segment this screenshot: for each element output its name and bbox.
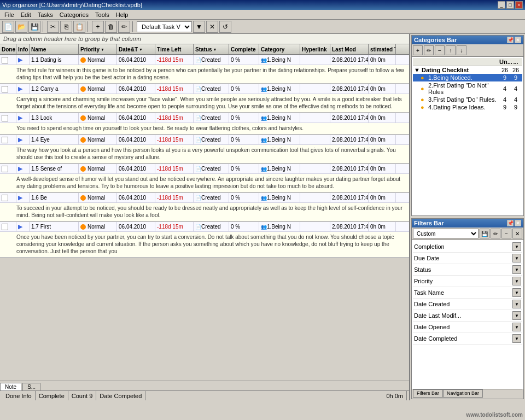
task-row[interactable]: ▶ 1.1 Dating is Normal 06.04.2010 -118d … <box>0 55 409 65</box>
task-done-6[interactable] <box>0 222 16 231</box>
col-complete[interactable]: Complete <box>229 44 259 54</box>
filter-datecompleted-dropdown[interactable]: ▼ <box>512 334 521 343</box>
col-date[interactable]: Date&T▼ <box>117 44 155 54</box>
task-row[interactable]: ▶ 1.7 First Normal 06.04.2010 -118d 15m … <box>0 222 409 232</box>
cat-item-3[interactable]: ● 4.Dating Place Ideas. 9 9 <box>413 103 522 111</box>
tb-new[interactable]: 📄 <box>2 21 14 33</box>
tb-refresh[interactable]: ↺ <box>219 21 231 33</box>
task-lastmod-3: 2.08.2010 17:4 <box>330 135 369 144</box>
task-done-5[interactable] <box>0 193 16 202</box>
menu-file[interactable]: File <box>1 11 18 19</box>
task-cat-icon-5: 👥 <box>261 195 267 201</box>
task-done-0[interactable] <box>0 55 16 65</box>
minimize-button[interactable]: _ <box>498 1 505 9</box>
filter-delete-button[interactable]: − <box>501 229 511 238</box>
col-hyperlink[interactable]: Hyperlink <box>300 44 330 54</box>
tb-paste[interactable]: 📋 <box>73 21 85 33</box>
cat-item-0[interactable]: ● 1.Being Noticed. 9 9 <box>413 74 522 81</box>
task-checkbox-3[interactable] <box>2 137 8 143</box>
task-checkbox-6[interactable] <box>2 224 8 230</box>
tb-filter-btn[interactable]: ✕ <box>206 21 218 33</box>
col-priority[interactable]: Priority▼ <box>79 44 117 54</box>
filter-datecreated-dropdown[interactable]: ▼ <box>512 300 521 308</box>
task-row[interactable]: ▶ 1.3 Look Normal 06.04.2010 -118d 15m 📄… <box>0 113 409 123</box>
task-row[interactable]: ▶ 1.4 Eye Normal 06.04.2010 -118d 15m 📄 … <box>0 135 409 145</box>
col-done[interactable]: Done Info Done ▲ <box>0 44 16 54</box>
task-checkbox-5[interactable] <box>2 195 8 201</box>
tb-copy[interactable]: ⎘ <box>60 21 72 33</box>
cat-move-down-button[interactable]: ↓ <box>457 45 466 55</box>
filter-duedate-dropdown[interactable]: ▼ <box>512 254 521 262</box>
nav-tab-filters[interactable]: Filters Bar <box>413 389 443 398</box>
task-done-1[interactable] <box>0 84 16 94</box>
task-lastmod-1: 2.08.2010 17:4 <box>330 84 369 94</box>
cat-item-1[interactable]: ● 2.First Dating "Do Not" Rules 4 4 <box>413 81 522 96</box>
task-checkbox-1[interactable] <box>2 86 8 92</box>
task-checkbox-4[interactable] <box>2 166 8 172</box>
task-row[interactable]: ▶ 1.6 Be Normal 06.04.2010 -118d 15m 📄 C… <box>0 193 409 203</box>
menu-categories[interactable]: Categories <box>56 11 92 19</box>
nav-tab-navigation[interactable]: Navigation Bar <box>443 389 483 398</box>
task-row[interactable]: ▶ 1.5 Sense of Normal 06.04.2010 -118d 1… <box>0 164 409 174</box>
task-row[interactable]: ▶ 1.2 Carry a Normal 06.04.2010 -118d 15… <box>0 84 409 94</box>
tb-open[interactable]: 📂 <box>15 21 27 33</box>
menu-edit[interactable]: Edit <box>18 11 34 19</box>
task-hyperlink-5 <box>300 193 330 202</box>
filter-status-dropdown[interactable]: ▼ <box>512 265 521 274</box>
task-info-0: ▶ <box>16 55 30 65</box>
task-priority-3: Normal <box>79 135 117 144</box>
tb-delete[interactable]: 🗑 <box>105 21 117 33</box>
tab-s[interactable]: S... <box>22 383 40 390</box>
close-button[interactable]: × <box>515 1 523 9</box>
menu-bar: File Edit Tasks Categories Tools Help <box>0 10 525 20</box>
filter-edit-button[interactable]: ✏ <box>491 229 500 238</box>
col-info[interactable]: Info <box>16 44 30 54</box>
filter-dateopened-dropdown[interactable]: ▼ <box>512 323 521 331</box>
task-view-dropdown[interactable]: Default Task V <box>137 21 192 32</box>
filter-save-button[interactable]: 💾 <box>480 229 489 238</box>
task-checkbox-2[interactable] <box>2 115 8 121</box>
task-cat-icon-2: 👥 <box>261 115 267 121</box>
task-scroll[interactable]: ▶ 1.1 Dating is Normal 06.04.2010 -118d … <box>0 55 409 381</box>
cat-item-2[interactable]: ● 3.First Dating "Do" Rules. 4 4 <box>413 96 522 103</box>
cat-add-button[interactable]: + <box>413 45 423 55</box>
menu-tools[interactable]: Tools <box>92 11 113 19</box>
filter-completion-dropdown[interactable]: ▼ <box>512 242 521 251</box>
task-hyperlink-2 <box>300 113 330 122</box>
filter-taskname-dropdown[interactable]: ▼ <box>512 288 521 297</box>
tab-note[interactable]: Note <box>0 383 21 390</box>
cat-delete-button[interactable]: − <box>435 45 445 55</box>
filter-pin-button[interactable]: 📌 <box>507 220 514 226</box>
task-done-3[interactable] <box>0 135 16 144</box>
cat-root-item[interactable]: ▼ Dating Checklist 26 26 <box>413 66 522 74</box>
tb-add-task[interactable]: + <box>92 21 104 33</box>
filter-priority-dropdown[interactable]: ▼ <box>512 277 521 285</box>
tb-save[interactable]: 💾 <box>28 21 40 33</box>
col-status[interactable]: Status▼ <box>194 44 229 54</box>
task-info-icon-2: ▶ <box>18 114 22 121</box>
col-esttime[interactable]: stimated Tim <box>369 44 396 54</box>
col-name[interactable]: Name <box>30 44 79 54</box>
col-timeleft[interactable]: Time Left <box>155 44 194 54</box>
tb-edit[interactable]: ✏ <box>118 21 130 33</box>
task-done-4[interactable] <box>0 164 16 173</box>
filter-lastmodif-dropdown[interactable]: ▼ <box>512 311 521 320</box>
task-done-2[interactable] <box>0 113 16 122</box>
tb-view-btn[interactable]: ▼ <box>193 21 205 33</box>
filter-preset-dropdown[interactable]: Custom <box>413 229 479 238</box>
filter-clear-button[interactable]: ✕ <box>512 229 522 238</box>
menu-help[interactable]: Help <box>113 11 132 19</box>
cat-pin-button[interactable]: 📌 <box>507 37 514 43</box>
cat-move-up-button[interactable]: ↑ <box>446 45 456 55</box>
tb-cut[interactable]: ✂ <box>47 21 59 33</box>
cat-edit-button[interactable]: ✏ <box>424 45 434 55</box>
maximize-button[interactable]: □ <box>506 1 514 9</box>
col-category[interactable]: Category <box>259 44 300 54</box>
filter-close-button[interactable]: × <box>515 220 521 226</box>
col-lastmod[interactable]: Last Mod <box>330 44 369 54</box>
task-complete-2: 0 % <box>229 113 259 122</box>
cat-item-n1-3: 9 <box>499 104 510 110</box>
menu-tasks[interactable]: Tasks <box>34 11 56 19</box>
cat-close-button[interactable]: × <box>515 37 521 43</box>
task-checkbox-0[interactable] <box>2 57 8 63</box>
